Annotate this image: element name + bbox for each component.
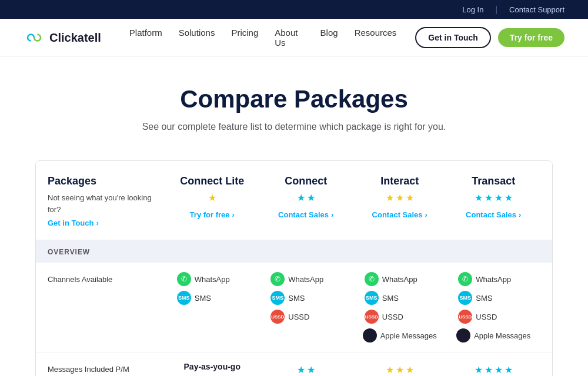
messages-interact-col: ★ ★ ★ [353,362,447,375]
nav-blog[interactable]: Blog [320,28,338,48]
channel-ussd-interact: USSD USSD [365,310,435,324]
channels-connect: ✆ WhatsApp SMS SMS USSD USSD [259,272,353,324]
logo-text: Clickatell [49,31,101,45]
pkg-connect-lite-name: Connect Lite [165,175,259,187]
whatsapp-label: WhatsApp [382,275,417,284]
pkg-connect-lite-cta[interactable]: Try for free › [190,210,235,219]
sms-icon: SMS [365,291,379,305]
apple-label: Apple Messages [474,331,530,340]
channel-sms-lite: SMS SMS [177,291,248,305]
star-1: ★ [208,192,216,203]
whatsapp-icon: ✆ [177,272,191,286]
star-1: ★ [297,192,305,203]
ussd-label: USSD [382,313,403,321]
pkg-transact-stars: ★ ★ ★ ★ [447,192,541,203]
packages-heading: Packages [48,175,165,187]
channels-transact: ✆ WhatsApp SMS SMS USSD USSD Apple Messa… [447,272,541,343]
channel-whatsapp-connect: ✆ WhatsApp [270,272,341,286]
star-1: ★ [475,192,483,203]
pkg-interact: Interact ★ ★ ★ Contact Sales › [353,175,447,228]
whatsapp-icon: ✆ [458,272,472,286]
star-3: ★ [495,364,503,375]
ussd-icon: USSD [458,310,472,324]
whatsapp-label: WhatsApp [195,275,230,284]
whatsapp-icon: ✆ [270,272,285,286]
star-1: ★ [297,364,305,375]
sms-icon: SMS [458,291,472,305]
messages-lite-col: Pay-as-you-go [165,362,259,371]
star-2: ★ [307,192,315,203]
packages-left: Packages Not seeing what you're looking … [48,175,165,228]
pkg-transact: Transact ★ ★ ★ ★ Contact Sales › [447,175,541,228]
messages-included-label: Messages Included P/M [48,362,165,375]
channels-available-label: Channels Available [48,272,165,285]
star-2: ★ [396,364,404,375]
ussd-label: USSD [476,313,497,321]
compare-container: Packages Not seeing what you're looking … [35,160,553,376]
nav-about[interactable]: About Us [275,28,303,48]
package-header: Packages Not seeing what you're looking … [36,161,552,240]
channel-sms-interact: SMS SMS [365,291,435,305]
star-1: ★ [475,364,483,375]
sms-label: SMS [288,294,305,303]
channels-connect-lite: ✆ WhatsApp SMS SMS [165,272,259,305]
contact-support-link[interactable]: Contact Support [509,5,564,14]
sms-icon: SMS [270,291,285,305]
pkg-transact-cta[interactable]: Contact Sales › [466,210,521,219]
apple-icon [456,328,470,343]
whatsapp-label: WhatsApp [288,275,323,284]
messages-interact-stars: ★ ★ ★ [386,362,414,375]
navbar: Clickatell Platform Solutions Pricing Ab… [0,19,588,57]
star-2: ★ [485,192,493,203]
nav-platform[interactable]: Platform [129,28,162,48]
messages-connect-stars: ★ ★ [297,362,315,375]
channels-available-row: Channels Available ✆ WhatsApp SMS SMS ✆ … [36,263,552,352]
whatsapp-icon: ✆ [365,272,379,286]
channel-whatsapp-lite: ✆ WhatsApp [177,272,248,286]
overview-label: OVERVIEW [48,248,90,256]
sms-icon: SMS [177,291,191,305]
star-2: ★ [307,364,315,375]
packages-get-in-touch-link[interactable]: Get in Touch › [48,219,99,227]
messages-transact-stars: ★ ★ ★ ★ [475,362,513,375]
sms-label: SMS [382,294,399,303]
pkg-connect-name: Connect [259,175,353,187]
nav-resources[interactable]: Resources [355,28,397,48]
channel-ussd-transact: USSD USSD [458,310,529,324]
top-bar: Log In | Contact Support [0,0,588,19]
logo-icon [24,31,45,44]
messages-connect-col: ★ ★ [259,362,353,375]
channel-sms-transact: SMS SMS [458,291,529,305]
channels-interact: ✆ WhatsApp SMS SMS USSD USSD Apple Messa… [353,272,447,343]
apple-label: Apple Messages [380,331,437,340]
star-3: ★ [406,364,414,375]
nav-solutions[interactable]: Solutions [179,28,215,48]
star-1: ★ [386,364,394,375]
sms-label: SMS [476,294,492,303]
top-bar-divider: | [495,5,497,14]
pkg-connect: Connect ★ ★ Contact Sales › [259,175,353,228]
pkg-connect-cta[interactable]: Contact Sales › [278,210,333,219]
pkg-interact-cta[interactable]: Contact Sales › [372,210,427,219]
overview-section-header: OVERVIEW [36,240,552,263]
star-1: ★ [386,192,394,203]
star-4: ★ [505,192,513,203]
packages-desc: Not seeing what you're looking for? [48,192,165,215]
ussd-icon: USSD [270,310,285,324]
login-link[interactable]: Log In [462,5,483,14]
pay-as-you-go-label: Pay-as-you-go [184,362,240,371]
pkg-interact-stars: ★ ★ ★ [353,192,447,203]
apple-icon [363,328,377,343]
whatsapp-label: WhatsApp [476,275,511,284]
logo-area[interactable]: Clickatell [24,31,101,45]
star-3: ★ [406,192,414,203]
star-3: ★ [495,192,503,203]
pkg-transact-name: Transact [447,175,541,187]
star-4: ★ [505,364,513,375]
try-for-free-button[interactable]: Try for free [498,28,564,47]
nav-pricing[interactable]: Pricing [231,28,258,48]
hero-subtitle: See our complete feature list to determi… [24,122,564,132]
channel-ussd-connect: USSD USSD [270,310,341,324]
pkg-connect-lite: Connect Lite ★ Try for free › [165,175,259,228]
get-in-touch-button[interactable]: Get in Touch [415,27,491,48]
